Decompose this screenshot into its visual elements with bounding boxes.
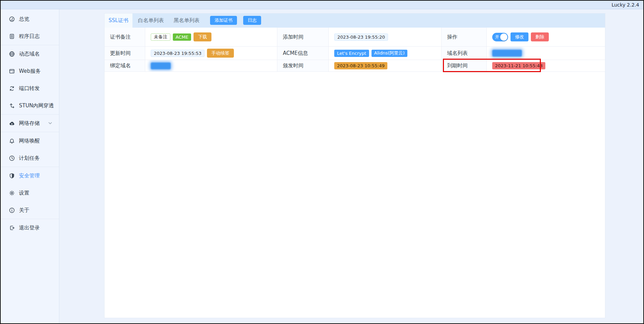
redacted-domain-tag — [492, 50, 522, 57]
sidebar-item-ddns[interactable]: 动态域名 — [1, 45, 59, 62]
sidebar-item-settings[interactable]: 设置 — [1, 184, 59, 202]
added-time-label: 添加时间 — [277, 28, 329, 47]
add-cert-button[interactable]: 添加证书 — [210, 16, 237, 25]
added-time-tag: 2023-08-23 19:55:20 — [334, 33, 388, 41]
logout-icon — [9, 225, 15, 231]
enable-toggle[interactable]: 开 — [492, 33, 508, 41]
sidebar-item-label: 关于 — [19, 207, 29, 214]
web-service-icon — [9, 68, 15, 74]
top-bar: Lucky 2.2.4 — [1, 1, 643, 9]
tab-ssl-cert[interactable]: SSL证书 — [105, 13, 132, 28]
tab-bar: SSL证书 白名单列表 黑名单列表 添加证书 日志 — [105, 13, 605, 28]
domain-list-value — [487, 47, 605, 60]
sidebar-item-about[interactable]: 关于 — [1, 202, 59, 219]
toggle-knob — [500, 33, 507, 41]
update-time-tag: 2023-08-23 19:55:53 — [151, 50, 205, 57]
update-time-label: 更新时间 — [105, 47, 145, 60]
tab-blacklist[interactable]: 黑名单列表 — [169, 13, 204, 28]
security-shield-icon — [9, 173, 15, 179]
sidebar-item-overview[interactable]: 总览 — [1, 10, 59, 28]
sidebar-item-wake-on-lan[interactable]: 网络唤醒 — [1, 132, 59, 149]
sidebar-item-security[interactable]: 安全管理 — [1, 167, 59, 184]
app-window: Lucky 2.2.4 总览 程序日志 动态域名 Web服务 端口转发 STUN… — [0, 0, 644, 324]
sidebar-item-label: 网络存储 — [19, 120, 40, 127]
manual-renew-button[interactable]: 手动续签 — [207, 49, 234, 58]
sidebar-item-label: 总览 — [19, 16, 29, 22]
acme-dns-provider-tag: Alidns(阿里云) — [371, 50, 408, 57]
sidebar-item-label: 端口转发 — [19, 85, 40, 92]
sidebar-item-label: 动态域名 — [19, 51, 40, 57]
stun-icon — [9, 103, 15, 109]
sidebar-item-label: STUN内网穿透 — [19, 102, 54, 109]
bound-domain-value — [145, 60, 277, 72]
sidebar-item-scheduled-tasks[interactable]: 计划任务 — [1, 149, 59, 167]
network-storage-icon — [9, 120, 15, 126]
cert-note-value: 未备注 ACME 下载 — [145, 28, 277, 47]
bound-domain-label: 绑定域名 — [105, 60, 145, 72]
sidebar-item-label: 安全管理 — [19, 173, 40, 179]
ddns-icon — [9, 51, 15, 57]
domain-list-label: 域名列表 — [442, 47, 487, 60]
update-time-value: 2023-08-23 19:55:53 手动续签 — [145, 47, 277, 60]
issued-time-label: 颁发时间 — [277, 60, 329, 72]
acme-info-label: ACME信息 — [277, 47, 329, 60]
sidebar: 总览 程序日志 动态域名 Web服务 端口转发 STUN内网穿透 网络存储 — [1, 9, 59, 323]
delete-button[interactable]: 删除 — [531, 32, 549, 41]
log-button[interactable]: 日志 — [243, 16, 261, 25]
redacted-domain-tag — [151, 62, 171, 69]
issued-time-tag: 2023-08-23 10:55:49 — [334, 62, 387, 69]
cert-descriptions-table: 证书备注 未备注 ACME 下载 添加时间 2023-08-23 19:55:2… — [105, 28, 605, 72]
dashboard-icon — [9, 16, 15, 22]
edit-button[interactable]: 修改 — [511, 32, 528, 41]
sidebar-item-stun[interactable]: STUN内网穿透 — [1, 97, 59, 114]
sidebar-item-label: 程序日志 — [19, 33, 40, 40]
chevron-down-icon — [48, 122, 52, 125]
expiry-time-label: 到期时间 — [442, 60, 487, 72]
acme-tag: ACME — [173, 33, 191, 41]
sidebar-item-port-forward[interactable]: 端口转发 — [1, 80, 59, 97]
sidebar-item-label: 网络唤醒 — [19, 138, 40, 144]
wake-on-lan-icon — [9, 138, 15, 144]
sidebar-item-program-log[interactable]: 程序日志 — [1, 28, 59, 45]
download-button[interactable]: 下载 — [194, 32, 211, 41]
gear-icon — [9, 190, 15, 196]
sidebar-item-label: 设置 — [19, 190, 29, 196]
expiry-time-tag: 2023-11-21 10:55:48 — [492, 62, 545, 69]
sidebar-item-label: Web服务 — [19, 68, 41, 75]
app-version-label: Lucky 2.2.4 — [612, 2, 639, 8]
sidebar-item-logout[interactable]: 退出登录 — [1, 219, 59, 236]
added-time-value: 2023-08-23 19:55:20 — [329, 28, 442, 47]
actions-value: 开 修改 删除 — [487, 28, 605, 47]
port-forward-icon — [9, 86, 15, 91]
sidebar-item-label: 退出登录 — [19, 225, 40, 231]
expiry-time-value: 2023-11-21 10:55:48 — [487, 60, 605, 72]
cert-note-label: 证书备注 — [105, 28, 145, 47]
sidebar-item-label: 计划任务 — [19, 155, 40, 161]
sidebar-item-web-service[interactable]: Web服务 — [1, 62, 59, 80]
about-icon — [9, 207, 15, 213]
tab-whitelist[interactable]: 白名单列表 — [132, 13, 169, 28]
scheduled-task-icon — [9, 155, 15, 161]
actions-label: 操作 — [442, 28, 487, 47]
no-note-tag: 未备注 — [151, 33, 170, 41]
acme-info-value: Let's Encrypt Alidns(阿里云) — [329, 47, 442, 60]
acme-ca-tag: Let's Encrypt — [334, 50, 369, 57]
program-log-icon — [9, 33, 15, 39]
ssl-content-card: SSL证书 白名单列表 黑名单列表 添加证书 日志 证书备注 未备注 ACME … — [104, 13, 605, 318]
sidebar-item-network-storage[interactable]: 网络存储 — [1, 115, 59, 132]
issued-time-value: 2023-08-23 10:55:49 — [329, 60, 442, 72]
